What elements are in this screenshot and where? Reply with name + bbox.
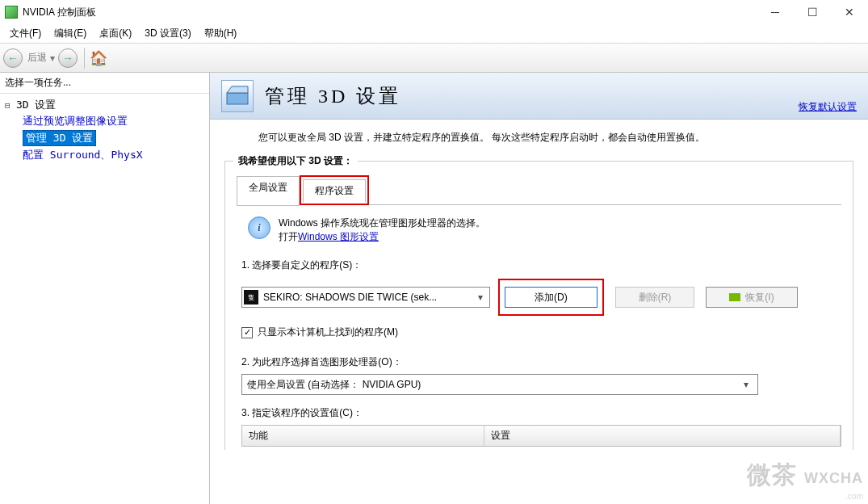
checkbox-label: 只显示本计算机上找到的程序(M) <box>258 326 398 339</box>
restore-defaults-link[interactable]: 恢复默认设置 <box>799 100 857 114</box>
titlebar: NVIDIA 控制面板 ─ ☐ ✕ <box>0 0 868 24</box>
program-row: 隻 SEKIRO: SHADOWS DIE TWICE (sek... ▾ 添加… <box>237 277 841 321</box>
add-button[interactable]: 添加(D) <box>505 287 598 308</box>
menu-desktop[interactable]: 桌面(K) <box>93 27 138 40</box>
home-icon[interactable]: 🏠 <box>90 49 107 67</box>
page-description: 您可以更改全局 3D 设置，并建立特定程序的置换值。 每次这些特定程序启动时，都… <box>210 120 868 153</box>
info-line2: 打开Windows 图形设置 <box>279 230 485 244</box>
program-select-text: SEKIRO: SHADOWS DIE TWICE (sek... <box>263 292 473 303</box>
tree-item-surround-physx[interactable]: 配置 Surround、PhysX <box>23 147 204 163</box>
nav-forward-button[interactable]: → <box>58 48 78 68</box>
col-setting: 设置 <box>484 426 841 446</box>
tree-header: 选择一项任务... <box>0 73 209 94</box>
gpu-select-text: 使用全局设置 (自动选择： NVIDIA GPU) <box>247 378 421 392</box>
main-panel: 管理 3D 设置 恢复默认设置 您可以更改全局 3D 设置，并建立特定程序的置换… <box>210 73 868 504</box>
menu-file[interactable]: 文件(F) <box>3 27 48 40</box>
chevron-down-icon: ▾ <box>740 379 753 390</box>
tab-global-settings[interactable]: 全局设置 <box>237 176 300 206</box>
toolbar: ← 后退 ▾ → 🏠 <box>0 44 868 73</box>
step3-label: 3. 指定该程序的设置值(C)： <box>241 406 841 420</box>
tree-root-3d-settings[interactable]: ⊟ 3D 设置 <box>5 97 204 113</box>
tree-body: ⊟ 3D 设置 通过预览调整图像设置 管理 3D 设置 配置 Surround、… <box>0 94 209 166</box>
info-text: Windows 操作系统现在管理图形处理器的选择。 打开Windows 图形设置 <box>279 216 485 244</box>
info-row: i Windows 操作系统现在管理图形处理器的选择。 打开Windows 图形… <box>237 210 841 254</box>
svg-marker-1 <box>227 86 248 93</box>
highlight-box-add: 添加(D) <box>498 279 604 316</box>
chevron-down-icon: ▾ <box>473 292 488 303</box>
watermark: 微茶 WXCHA .com <box>747 459 863 501</box>
program-select[interactable]: 隻 SEKIRO: SHADOWS DIE TWICE (sek... ▾ <box>241 287 490 308</box>
menu-help[interactable]: 帮助(H) <box>198 27 244 40</box>
toolbar-separator <box>84 48 85 69</box>
task-tree-panel: 选择一项任务... ⊟ 3D 设置 通过预览调整图像设置 管理 3D 设置 配置… <box>0 73 210 504</box>
minimize-button[interactable]: ─ <box>757 0 794 24</box>
page-title: 管理 3D 设置 <box>265 83 401 109</box>
settings-3d-icon <box>221 80 254 112</box>
tab-underline <box>369 175 841 205</box>
step1-label: 1. 选择要自定义的程序(S)： <box>241 258 841 272</box>
maximize-button[interactable]: ☐ <box>794 0 831 24</box>
show-local-checkbox[interactable]: ✓ <box>241 327 253 338</box>
info-line1: Windows 操作系统现在管理图形处理器的选择。 <box>279 216 485 230</box>
arrow-left-icon: ← <box>3 48 23 68</box>
menu-edit[interactable]: 编辑(E) <box>48 27 93 40</box>
group-content: 全局设置 程序设置 i Windows 操作系统现在管理图形处理器的选择。 打开… <box>225 175 853 450</box>
window-title: NVIDIA 控制面板 <box>23 6 757 19</box>
settings-table-header: 功能 设置 <box>241 425 841 447</box>
nav-back-label: 后退 <box>27 51 47 65</box>
menubar: 文件(F) 编辑(E) 桌面(K) 3D 设置(3) 帮助(H) <box>0 24 868 44</box>
app-icon <box>5 6 18 19</box>
tab-program-settings[interactable]: 程序设置 <box>303 179 366 203</box>
checkbox-row: ✓ 只显示本计算机上找到的程序(M) <box>237 321 841 351</box>
page-header: 管理 3D 设置 恢复默认设置 <box>210 73 868 120</box>
nav-back-button[interactable]: ← <box>3 48 23 68</box>
highlight-box-tab: 程序设置 <box>300 175 369 205</box>
step2-label: 2. 为此程序选择首选图形处理器(O)： <box>241 355 841 369</box>
tree-item-image-settings[interactable]: 通过预览调整图像设置 <box>23 113 204 129</box>
group-title: 我希望使用以下 3D 设置： <box>233 154 358 168</box>
svg-rect-0 <box>227 93 248 104</box>
tree-collapse-icon[interactable]: ⊟ <box>5 100 16 111</box>
tabs-bar: 全局设置 程序设置 <box>237 175 841 205</box>
tree-children: 通过预览调整图像设置 管理 3D 设置 配置 Surround、PhysX <box>5 113 204 163</box>
program-icon: 隻 <box>244 290 258 304</box>
window-controls: ─ ☐ ✕ <box>757 0 868 24</box>
close-button[interactable]: ✕ <box>831 0 868 24</box>
content-area: 选择一项任务... ⊟ 3D 设置 通过预览调整图像设置 管理 3D 设置 配置… <box>0 73 868 504</box>
chevron-down-icon[interactable]: ▾ <box>50 52 55 64</box>
col-feature: 功能 <box>242 426 484 446</box>
settings-group: 我希望使用以下 3D 设置： 全局设置 程序设置 i Windows 操作系统现… <box>224 161 853 450</box>
nvidia-logo-icon <box>729 293 740 301</box>
info-icon: i <box>248 216 270 239</box>
remove-button[interactable]: 删除(R) <box>615 287 695 308</box>
restore-button[interactable]: 恢复(I) <box>706 287 797 308</box>
arrow-right-icon: → <box>58 48 78 68</box>
windows-graphics-link[interactable]: Windows 图形设置 <box>298 231 379 242</box>
tree-item-manage-3d[interactable]: 管理 3D 设置 <box>23 129 204 147</box>
gpu-select[interactable]: 使用全局设置 (自动选择： NVIDIA GPU) ▾ <box>241 374 758 395</box>
menu-3d-settings[interactable]: 3D 设置(3) <box>138 27 197 40</box>
